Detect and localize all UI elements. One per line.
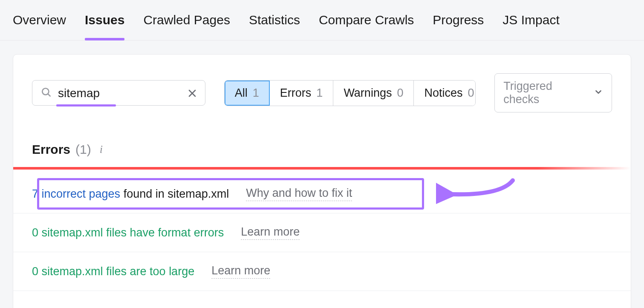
triggered-checks-dropdown[interactable]: Triggered checks — [494, 73, 612, 112]
top-tabs: Overview Issues Crawled Pages Statistics… — [0, 0, 644, 40]
filter-group: All 1 Errors 1 Warnings 0 Notices 0 — [224, 80, 476, 106]
issue-learn-link[interactable]: Learn more — [241, 225, 300, 240]
filter-warnings-label: Warnings — [344, 86, 392, 100]
errors-title: Errors — [32, 142, 70, 157]
issue-row[interactable]: 0 sitemap.xml files are too large Learn … — [13, 252, 631, 291]
tab-progress[interactable]: Progress — [433, 13, 484, 40]
issue-learn-link[interactable]: Why and how to fix it — [246, 187, 352, 201]
filter-warnings-count: 0 — [397, 86, 403, 100]
search-icon — [41, 87, 52, 100]
tab-js-impact[interactable]: JS Impact — [502, 13, 559, 40]
toolbar: All 1 Errors 1 Warnings 0 Notices 0 Trig… — [13, 73, 631, 112]
filter-errors-label: Errors — [280, 86, 312, 100]
filter-notices-label: Notices — [424, 86, 462, 100]
info-icon: i — [116, 306, 119, 308]
filter-all-label: All — [235, 86, 248, 100]
issue-link[interactable]: 0 sitemap.xml files are too large — [32, 265, 194, 278]
issue-row[interactable]: 7 incorrect pages found in sitemap.xml W… — [13, 175, 631, 213]
issue-row[interactable]: 0 sitemap.xml files have format errors L… — [13, 213, 631, 252]
issues-card: All 1 Errors 1 Warnings 0 Notices 0 Trig… — [13, 54, 631, 308]
filter-warnings[interactable]: Warnings 0 — [333, 81, 414, 106]
tab-crawled-pages[interactable]: Crawled Pages — [143, 13, 230, 40]
tab-statistics[interactable]: Statistics — [249, 13, 300, 40]
info-icon[interactable]: i — [100, 143, 103, 156]
filter-all[interactable]: All 1 — [225, 81, 270, 106]
filter-all-count: 1 — [253, 86, 259, 100]
clear-search-icon[interactable] — [187, 88, 197, 98]
filter-notices-count: 0 — [468, 86, 474, 100]
errors-section-header: Errors (1) i — [13, 112, 631, 167]
issue-link[interactable]: 7 incorrect pages — [32, 187, 120, 200]
filter-errors-count: 1 — [316, 86, 323, 100]
filter-notices[interactable]: Notices 0 — [414, 81, 476, 106]
search-input[interactable] — [58, 86, 181, 100]
errors-count: (1) — [75, 142, 91, 157]
errors-divider — [13, 167, 631, 170]
annotation-arrow-icon — [436, 176, 517, 213]
tab-overview[interactable]: Overview — [13, 13, 66, 40]
warnings-count: (0) — [93, 306, 109, 308]
issue-suffix: found in sitemap.xml — [120, 187, 229, 200]
chevron-down-icon — [594, 86, 603, 100]
issue-learn-link[interactable]: Learn more — [211, 264, 270, 279]
issue-list: 7 incorrect pages found in sitemap.xml W… — [13, 175, 631, 291]
triggered-checks-label: Triggered checks — [503, 80, 588, 106]
search-box[interactable] — [32, 80, 205, 106]
issue-link[interactable]: 0 sitemap.xml files have format errors — [32, 226, 224, 239]
warnings-section-header: Warnings (0) i — [13, 291, 631, 308]
svg-line-1 — [48, 94, 50, 96]
tab-issues[interactable]: Issues — [85, 13, 124, 40]
tab-compare-crawls[interactable]: Compare Crawls — [319, 13, 414, 40]
search-highlight — [56, 104, 116, 107]
warnings-title: Warnings — [32, 306, 90, 308]
filter-errors[interactable]: Errors 1 — [270, 81, 334, 106]
